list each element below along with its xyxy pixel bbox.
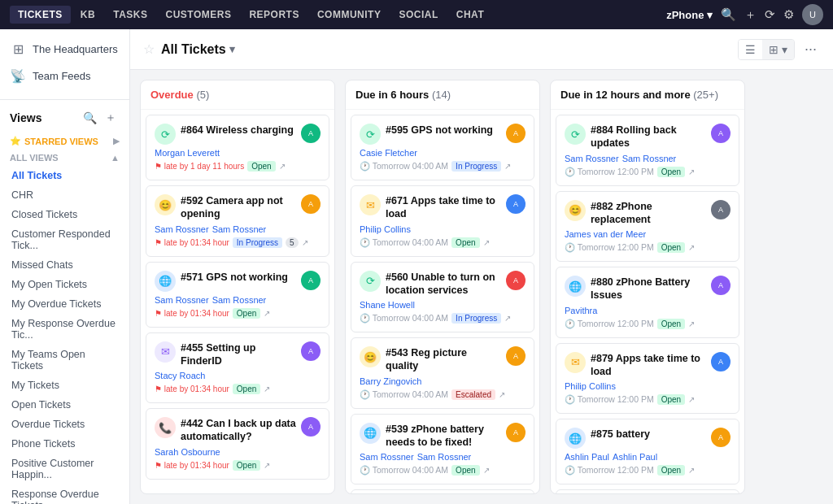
ticket-card[interactable]: ✉ #671 Apps take time to load A Philip C…	[351, 185, 534, 257]
ticket-card[interactable]: ⟳ #864 Wireless charging A Morgan Levere…	[146, 115, 329, 180]
list-view-button[interactable]: ☰	[739, 40, 762, 59]
more-options-button[interactable]: ···	[801, 41, 820, 58]
external-link-icon[interactable]: ↗	[688, 167, 695, 176]
agent-name-0[interactable]: Pavithra	[565, 306, 597, 315]
ticket-card[interactable]: ⟳ #854 What is the average life of a zPh…	[556, 489, 739, 493]
external-link-icon[interactable]: ↗	[264, 461, 270, 470]
starred-collapse-button[interactable]: ▶	[113, 136, 120, 146]
page-title[interactable]: All Tickets ▾	[161, 42, 235, 57]
ticket-card[interactable]: ⟳ #445 Using live wallpapers A Peter Gra…	[351, 489, 534, 493]
ticket-card[interactable]: 😊 #592 Camera app not opening A Sam Ross…	[146, 185, 329, 257]
sidebar-link-missed-chats[interactable]: Missed Chats	[0, 255, 129, 275]
external-link-icon[interactable]: ↗	[264, 385, 270, 393]
nav-item-tickets[interactable]: TICKETS	[10, 6, 71, 24]
sidebar-link-all-tickets[interactable]: All Tickets	[0, 166, 129, 185]
external-link-icon[interactable]: ↗	[499, 390, 505, 399]
status-badge: Open	[451, 465, 479, 476]
ticket-card[interactable]: 🌐 #571 GPS not working A Sam Rossner Sam…	[146, 262, 329, 328]
card-top: ✉ #671 Apps take time to load A	[360, 194, 526, 221]
agent-name-0[interactable]: Sam Rossner	[565, 154, 619, 163]
sidebar-link-my-teams-open[interactable]: My Teams Open Tickets	[0, 345, 129, 376]
nav-item-customers[interactable]: CUSTOMERS	[157, 6, 239, 24]
external-link-icon[interactable]: ↗	[302, 238, 308, 247]
sidebar-item-teamfeeds[interactable]: 📡 Team Feeds	[0, 63, 129, 89]
sidebar-link-my-overdue[interactable]: My Overdue Tickets	[0, 294, 129, 314]
agent-name-0[interactable]: Philip Collins	[360, 224, 411, 234]
agent-name-0[interactable]: Ashlin Paul	[565, 452, 609, 462]
favorite-star-icon[interactable]: ☆	[143, 41, 155, 57]
agent-name-1[interactable]: Sam Rossner	[212, 295, 267, 305]
col-title: Due in 6 hours (14)	[355, 89, 530, 101]
ticket-card[interactable]: 📞 #442 Can I back up data automatically?…	[146, 408, 329, 480]
ticket-card[interactable]: ⟳ #595 GPS not working A Casie Fletcher …	[351, 115, 534, 180]
ticket-card[interactable]: 😊 #543 Reg picture quality A Barry Zingo…	[351, 337, 534, 409]
external-link-icon[interactable]: ↗	[688, 466, 695, 475]
status-badge: Open	[657, 319, 685, 329]
agent-name-0[interactable]: Casie Fletcher	[360, 148, 417, 158]
agent-name-1[interactable]: Ashlin Paul	[613, 452, 657, 462]
agent-name-0[interactable]: Shane Howell	[360, 300, 415, 310]
external-link-icon[interactable]: ↗	[504, 314, 511, 323]
sidebar-link-my-tickets[interactable]: My Tickets	[0, 376, 129, 395]
nav-item-community[interactable]: COMMUNITY	[309, 6, 390, 24]
all-views-collapse-button[interactable]: ▲	[111, 153, 120, 163]
external-link-icon[interactable]: ↗	[279, 162, 286, 171]
ticket-card[interactable]: ⟳ #560 Unable to turn on location servic…	[351, 262, 534, 333]
sidebar-link-chr[interactable]: CHR	[0, 185, 129, 205]
refresh-icon[interactable]: ⟳	[765, 7, 775, 22]
external-link-icon[interactable]: ↗	[688, 395, 695, 404]
agent-name-0[interactable]: Morgan Leverett	[155, 148, 220, 158]
sidebar-link-response-overdue[interactable]: Response Overdue Tickets	[0, 484, 129, 504]
sidebar-item-headquarters[interactable]: ⊞ The Headquarters	[0, 36, 129, 63]
card-agents: Sam Rossner Sam Rossner	[565, 154, 731, 163]
external-link-icon[interactable]: ↗	[483, 466, 490, 475]
sidebar-link-overdue-tickets[interactable]: Overdue Tickets	[0, 415, 129, 434]
agent-name-1[interactable]: Sam Rossner	[212, 224, 267, 234]
card-top: 🌐 #875 battery A	[565, 428, 731, 449]
nav-item-kb[interactable]: KB	[72, 6, 103, 24]
user-avatar[interactable]: U	[802, 4, 823, 25]
ticket-card[interactable]: 🌐 #875 battery A Ashlin Paul Ashlin Paul…	[556, 419, 739, 484]
kanban-view-button[interactable]: ⊞ ▾	[762, 40, 794, 59]
sidebar-link-closed-tickets[interactable]: Closed Tickets	[0, 205, 129, 224]
agent-name-1[interactable]: Sam Rossner	[417, 452, 472, 462]
sidebar-link-customer-responded[interactable]: Customer Responded Tick...	[0, 224, 129, 255]
add-icon[interactable]: ＋	[744, 7, 757, 23]
agent-name-0[interactable]: Barry Zingovich	[360, 376, 421, 386]
external-link-icon[interactable]: ↗	[504, 162, 511, 171]
agent-name-0[interactable]: Philip Collins	[565, 381, 616, 391]
settings-icon[interactable]: ⚙	[783, 7, 794, 22]
external-link-icon[interactable]: ↗	[483, 238, 490, 247]
sidebar-link-my-response-overdue[interactable]: My Response Overdue Tic...	[0, 314, 129, 345]
sidebar-link-phone-tickets[interactable]: Phone Tickets	[0, 434, 129, 454]
sidebar-link-my-open[interactable]: My Open Tickets	[0, 275, 129, 294]
agent-name-0[interactable]: Sam Rossner	[360, 452, 414, 462]
brand-name[interactable]: zPhone ▾	[666, 9, 713, 21]
ticket-card[interactable]: 🌐 #880 zPhone Battery Issues A Pavithra …	[556, 267, 739, 338]
external-link-icon[interactable]: ↗	[688, 243, 695, 252]
card-top: ✉ #879 Apps take time to load A	[565, 352, 731, 379]
search-icon[interactable]: 🔍	[721, 7, 736, 22]
view-toggle: ☰ ⊞ ▾	[738, 39, 795, 60]
nav-item-reports[interactable]: REPORTS	[241, 6, 307, 24]
sidebar-link-positive-customer[interactable]: Positive Customer Happin...	[0, 454, 129, 484]
external-link-icon[interactable]: ↗	[688, 319, 695, 328]
nav-item-social[interactable]: SOCIAL	[390, 6, 446, 24]
ticket-card[interactable]: ✉ #879 Apps take time to load A Philip C…	[556, 343, 739, 415]
add-view-button[interactable]: ＋	[102, 109, 120, 127]
agent-name-0[interactable]: James van der Meer	[565, 229, 646, 239]
agent-name-1[interactable]: Sam Rossner	[622, 154, 677, 163]
ticket-card[interactable]: 😊 #882 zPhone replacement A James van de…	[556, 191, 739, 263]
ticket-card[interactable]: 🌐 #539 zPhone battery needs to be fixed!…	[351, 414, 534, 485]
nav-item-chat[interactable]: CHAT	[448, 6, 492, 24]
search-views-button[interactable]: 🔍	[81, 109, 98, 127]
nav-item-tasks[interactable]: TASKS	[105, 6, 155, 24]
ticket-card[interactable]: ✉ #455 Setting up FinderID A Stacy Roach…	[146, 332, 329, 404]
sidebar-link-open-tickets[interactable]: Open Tickets	[0, 395, 129, 415]
agent-name-0[interactable]: Stacy Roach	[155, 371, 205, 380]
external-link-icon[interactable]: ↗	[264, 309, 270, 318]
agent-name-0[interactable]: Sam Rossner	[155, 224, 209, 234]
agent-name-0[interactable]: Sarah Osbourne	[155, 447, 220, 457]
agent-name-0[interactable]: Sam Rossner	[155, 295, 209, 305]
ticket-card[interactable]: ⟳ #884 Rolling back updates A Sam Rossne…	[556, 115, 739, 186]
